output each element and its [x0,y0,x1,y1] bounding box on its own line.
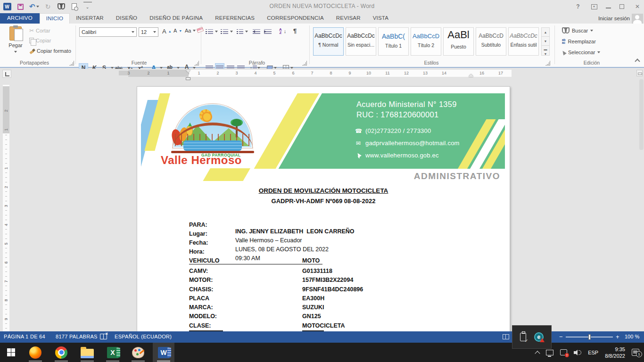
shrink-font-button[interactable]: A▼ [173,28,182,33]
clipboard-dialog-launcher[interactable] [69,61,74,66]
sign-in-link[interactable]: Iniciar sesión [598,16,630,21]
select-cursor-icon [561,49,567,55]
security-alert-icon[interactable] [560,349,567,355]
copy-button[interactable]: Copiar [29,38,51,43]
vertical-ruler[interactable]: 2 1 1 2 3 4 5 6 7 8 9 [3,85,9,331]
document-area: 321 12345678910111213141617 2 1 1 2 3 4 … [0,69,644,331]
find-menu-button[interactable]: Buscar [562,28,593,33]
zoom-in-button[interactable]: + [616,333,619,340]
font-size-combo[interactable]: 12 [139,27,158,37]
ruler-toggle-button[interactable] [636,70,643,76]
tab-revisar[interactable]: REVISAR [330,13,367,24]
speaker-icon[interactable] [574,349,581,356]
language-indicator[interactable]: ESPAÑOL (ECUADOR) [115,334,172,339]
minimize-button[interactable] [606,5,611,8]
action-center-icon[interactable]: 1 [632,349,639,356]
tab-stop-selector[interactable] [2,70,11,78]
vertical-scrollbar[interactable] [639,79,644,150]
letterhead-ruc: RUC : 1768120600001 [356,110,439,119]
clock[interactable]: 9:35 8/8/2022 [605,346,625,359]
zoom-out-button[interactable]: − [559,333,563,340]
vehicle-rows: CAMV: G01331118 MOTOR: 157FMI3B2X22094 C… [137,268,510,331]
keyboard-language[interactable]: ESP [588,350,598,355]
start-button[interactable] [0,343,22,362]
style-normal[interactable]: AaBbCcDc¶ Normal [313,27,344,56]
taskbar-paint[interactable] [127,343,149,362]
hanging-indent-marker[interactable] [186,77,190,80]
bullet-list-button[interactable] [206,29,218,34]
paste-button[interactable]: Pegar [5,26,26,62]
tab-diseno-pagina[interactable]: DISEÑO DE PÁGINA [143,13,209,24]
tab-inicio[interactable]: INICIO [40,13,70,24]
ruler-number: 7 [303,71,322,75]
sort-button[interactable]: AZ↓ [279,28,286,34]
antivirus-icon[interactable]: e [534,332,544,342]
network-icon[interactable] [546,350,553,355]
taskbar-file-explorer[interactable] [76,343,98,362]
restore-button[interactable] [619,4,624,9]
style-enfasis-sutil[interactable]: AaBbCcDcÉnfasis sutil [508,27,539,56]
show-marks-button[interactable]: ¶ [293,27,297,34]
tab-correspondencia[interactable]: CORRESPONDENCIA [261,13,330,24]
styles-gallery-more[interactable]: ▬▼ [541,45,550,56]
font-family-combo[interactable]: Calibri [79,27,137,37]
user-avatar[interactable] [632,14,643,24]
taskbar-word[interactable]: W [153,343,174,362]
cut-button[interactable]: ✂Cortar [29,27,50,34]
eraser-icon [197,27,204,33]
ribbon: Pegar ✂Cortar Copiar Copiar formato Port… [0,24,644,68]
zoom-slider-thumb[interactable] [588,334,591,340]
ruler-number: 11 [378,71,397,75]
document-page[interactable]: Valle Hermoso GAD PARROQUIAL Acuerdo Min… [137,86,510,331]
taskbar-chrome[interactable] [50,343,72,362]
vehicle-row: MOTOR: 157FMI3B2X22094 [137,277,510,286]
ribbon-display-options-button[interactable] [591,4,597,9]
letterhead-web-row: www.vallehermoso.gob.ec [355,152,439,159]
proofing-error-icon[interactable] [100,334,107,339]
tab-archivo[interactable]: ARCHIVO [0,13,40,24]
show-hidden-icons-button[interactable] [535,351,540,356]
taskbar-firefox[interactable] [25,343,46,362]
word-count[interactable]: 8177 PALABRAS [56,334,98,339]
grow-font-button[interactable]: A▲ [162,28,172,35]
zoom-level[interactable]: 100 % [625,334,639,339]
right-indent-marker[interactable] [469,74,473,77]
style-sin-espaciado[interactable]: AaBbCcDcSin espaci... [346,27,376,56]
first-line-indent-marker[interactable] [186,70,190,73]
style-titulo-2[interactable]: AaBbCcDTítulo 2 [411,27,441,56]
style-subtitulo[interactable]: AaBbCcDSubtítulo [476,27,506,56]
paragraph-dialog-launcher[interactable] [302,61,307,66]
style-puesto[interactable]: AaBlPuesto [443,27,474,56]
windows-logo-icon [7,348,15,356]
help-button[interactable]: ? [573,3,583,10]
select-button[interactable]: Seleccionar [562,49,600,55]
replace-button[interactable]: abacReemplazar [562,39,596,44]
increase-indent-button[interactable] [264,29,272,34]
horizontal-ruler[interactable]: 321 12345678910111213141617 [128,70,512,77]
styles-group-label: Estilos [405,60,457,66]
styles-scroll-up[interactable]: ▲ [541,27,550,37]
styles-dialog-launcher[interactable] [545,61,550,66]
read-mode-button[interactable] [503,334,509,339]
decrease-indent-button[interactable] [253,29,260,34]
collapse-ribbon-button[interactable] [635,58,640,64]
vehicle-row: PLACA EA300H [137,295,510,304]
close-button[interactable]: ✕ [633,3,642,10]
letterhead-acuerdo: Acuerdo Ministerial N° 1359 [356,100,457,109]
tab-insertar[interactable]: INSERTAR [70,13,110,24]
style-titulo-1[interactable]: AaBbC(Título 1 [378,27,409,56]
format-painter-button[interactable]: Copiar formato [29,48,71,54]
tab-referencias[interactable]: REFERENCIAS [209,13,261,24]
font-dialog-launcher[interactable] [194,61,199,66]
change-case-button[interactable]: Aa [185,28,196,33]
tab-vista[interactable]: VISTA [367,13,395,24]
taskbar-excel[interactable]: X [102,343,124,362]
multilevel-list-button[interactable] [236,29,248,34]
clear-formatting-button[interactable] [197,28,203,32]
page-indicator[interactable]: PÁGINA 1 DE 64 [4,334,45,339]
styles-scroll-down[interactable]: ▼ [541,36,550,46]
letterhead-yellow-tail [203,168,250,181]
usb-device-icon[interactable] [520,333,526,341]
numbered-list-button[interactable] [221,29,233,34]
tab-diseno[interactable]: DISEÑO [110,13,143,24]
